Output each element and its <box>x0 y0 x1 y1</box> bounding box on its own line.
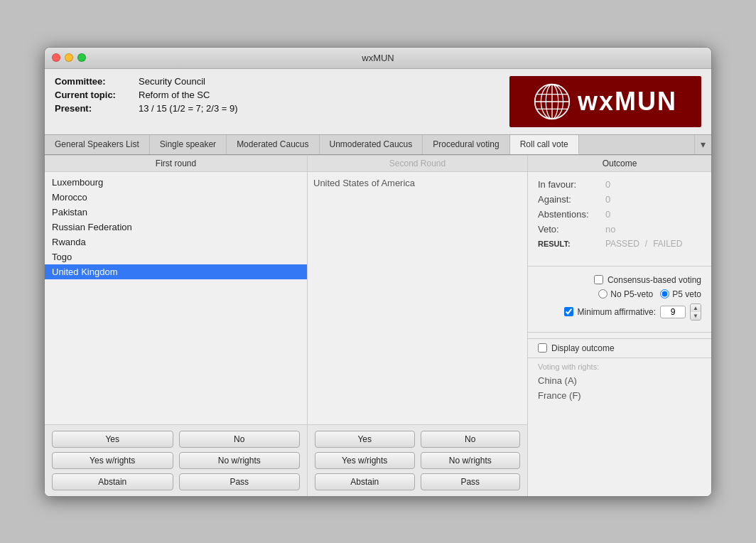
options-section: Consensus-based voting No P5-veto P5 vet… <box>528 272 711 326</box>
second-round-no-rights-button[interactable]: No w/rights <box>421 452 521 469</box>
voting-rights-entry: France (F) <box>538 389 701 404</box>
outcome-panel: Outcome In favour: 0 Against: 0 Abstenti… <box>528 156 711 496</box>
first-round-btn-row-3: Abstain Pass <box>52 473 300 490</box>
un-emblem-icon <box>534 83 571 120</box>
main-window: wxMUN Committee: Security Council Curren… <box>44 47 712 497</box>
divider-1 <box>528 266 711 267</box>
second-round-yes-button[interactable]: Yes <box>315 431 415 448</box>
present-row: Present: 13 / 15 (1/2 = 7; 2/3 = 9) <box>55 103 237 114</box>
topic-label: Current topic: <box>55 90 133 100</box>
outcome-body: In favour: 0 Against: 0 Abstentions: 0 V… <box>528 172 711 260</box>
first-round-panel: First round Luxembourg Morocco Pakistan … <box>45 156 308 496</box>
first-round-yes-button[interactable]: Yes <box>52 431 173 448</box>
in-favour-value: 0 <box>605 179 610 190</box>
divider-2 <box>528 332 711 333</box>
display-outcome-label[interactable]: Display outcome <box>551 343 615 353</box>
abstentions-value: 0 <box>605 209 610 220</box>
second-round-btn-row-2: Yes w/rights No w/rights <box>315 452 520 469</box>
list-item[interactable]: Russian Federation <box>45 220 307 235</box>
against-value: 0 <box>605 194 610 205</box>
minimize-button[interactable] <box>65 53 73 62</box>
tab-procedural-voting[interactable]: Procedural voting <box>423 135 509 154</box>
second-round-buttons: Yes No Yes w/rights No w/rights Abstain … <box>308 424 527 496</box>
no-p5-veto-radio[interactable] <box>598 289 608 299</box>
topic-row: Current topic: Reform of the SC <box>55 90 237 100</box>
second-round-btn-row-3: Abstain Pass <box>315 473 520 490</box>
abstentions-row: Abstentions: 0 <box>538 209 701 220</box>
outcome-header: Outcome <box>528 156 711 172</box>
logo-text: wxMUN <box>578 87 677 117</box>
maximize-button[interactable] <box>77 53 86 62</box>
min-affirmative-label[interactable]: Minimum affirmative: <box>578 307 656 317</box>
first-round-btn-row-1: Yes No <box>52 431 300 448</box>
first-round-country-list[interactable]: Luxembourg Morocco Pakistan Russian Fede… <box>45 172 307 424</box>
stepper-up-arrow[interactable]: ▲ <box>691 304 701 312</box>
min-affirmative-input[interactable] <box>660 306 686 318</box>
against-label: Against: <box>538 194 605 205</box>
second-round-abstain-button[interactable]: Abstain <box>315 473 415 490</box>
tab-moderated-caucus[interactable]: Moderated Caucus <box>227 135 319 154</box>
first-round-header: First round <box>45 156 307 172</box>
no-p5-veto-label[interactable]: No P5-veto <box>610 289 653 299</box>
first-round-buttons: Yes No Yes w/rights No w/rights Abstain … <box>45 424 307 496</box>
result-row: RESULT: PASSED / FAILED <box>538 239 701 249</box>
second-round-pass-button[interactable]: Pass <box>421 473 521 490</box>
result-failed: FAILED <box>653 239 682 249</box>
min-affirmative-row: Minimum affirmative: ▲ ▼ <box>538 303 701 321</box>
header-info: Committee: Security Council Current topi… <box>55 76 237 114</box>
first-round-pass-button[interactable]: Pass <box>179 473 301 490</box>
first-round-no-rights-button[interactable]: No w/rights <box>179 452 301 469</box>
topic-value: Reform of the SC <box>139 90 210 100</box>
display-outcome-checkbox[interactable] <box>538 343 547 353</box>
p5-veto-row: No P5-veto P5 veto <box>538 289 701 299</box>
present-value: 13 / 15 (1/2 = 7; 2/3 = 9) <box>139 103 237 114</box>
stepper-down-arrow[interactable]: ▼ <box>691 312 701 320</box>
tab-general-speakers-list[interactable]: General Speakers List <box>45 135 150 154</box>
stepper-arrows[interactable]: ▲ ▼ <box>690 303 701 321</box>
in-favour-label: In favour: <box>538 179 605 190</box>
tab-dropdown-arrow[interactable]: ▾ <box>694 135 711 154</box>
main-content: First round Luxembourg Morocco Pakistan … <box>45 155 711 496</box>
close-button[interactable] <box>52 53 60 62</box>
consensus-checkbox[interactable] <box>594 275 603 284</box>
list-item[interactable]: Morocco <box>45 190 307 205</box>
traffic-lights <box>52 53 86 62</box>
veto-row: Veto: no <box>538 224 701 235</box>
committee-label: Committee: <box>55 76 133 87</box>
first-round-no-button[interactable]: No <box>179 431 301 448</box>
first-round-yes-rights-button[interactable]: Yes w/rights <box>52 452 173 469</box>
voting-rights-label: Voting with rights: <box>538 362 701 371</box>
p5-veto-radio[interactable] <box>660 289 669 299</box>
in-favour-row: In favour: 0 <box>538 179 701 190</box>
first-round-btn-row-2: Yes w/rights No w/rights <box>52 452 300 469</box>
veto-label: Veto: <box>538 224 605 235</box>
second-round-yes-rights-button[interactable]: Yes w/rights <box>315 452 415 469</box>
p5-veto-label[interactable]: P5 veto <box>672 289 701 299</box>
second-round-header: Second Round <box>308 156 527 172</box>
min-affirmative-checkbox[interactable] <box>564 307 573 316</box>
tab-unmoderated-caucus[interactable]: Unmoderated Caucus <box>320 135 423 154</box>
titlebar: wxMUN <box>45 48 711 69</box>
second-round-no-button[interactable]: No <box>421 431 521 448</box>
tab-single-speaker[interactable]: Single speaker <box>150 135 227 154</box>
list-item-selected[interactable]: United Kingdom <box>45 264 307 279</box>
present-label: Present: <box>55 103 133 114</box>
result-label: RESULT: <box>538 240 605 248</box>
first-round-abstain-button[interactable]: Abstain <box>52 473 173 490</box>
tabs-bar: General Speakers List Single speaker Mod… <box>45 134 711 155</box>
list-item[interactable]: Rwanda <box>45 235 307 249</box>
voting-rights-list: China (A) France (F) <box>538 374 701 404</box>
list-item[interactable]: Togo <box>45 249 307 264</box>
logo: wxMUN <box>509 76 701 127</box>
voting-rights-section: Voting with rights: China (A) France (F) <box>528 358 711 408</box>
voting-rights-entry: China (A) <box>538 374 701 389</box>
veto-value: no <box>605 224 615 235</box>
result-values: PASSED / FAILED <box>605 239 683 249</box>
no-p5-veto-option: No P5-veto <box>598 289 653 299</box>
consensus-label[interactable]: Consensus-based voting <box>608 275 701 285</box>
display-outcome-row: Display outcome <box>528 338 711 358</box>
p5-veto-option: P5 veto <box>660 289 701 299</box>
tab-roll-call-vote[interactable]: Roll call vote <box>510 135 579 154</box>
list-item[interactable]: Pakistan <box>45 205 307 220</box>
list-item[interactable]: Luxembourg <box>45 175 307 190</box>
